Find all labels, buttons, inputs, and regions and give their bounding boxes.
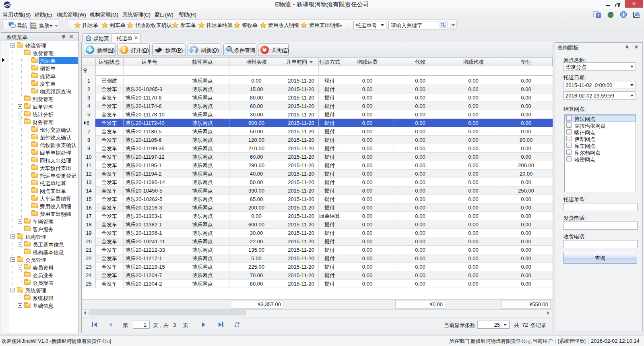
svg-text:?: ? bbox=[597, 13, 600, 17]
